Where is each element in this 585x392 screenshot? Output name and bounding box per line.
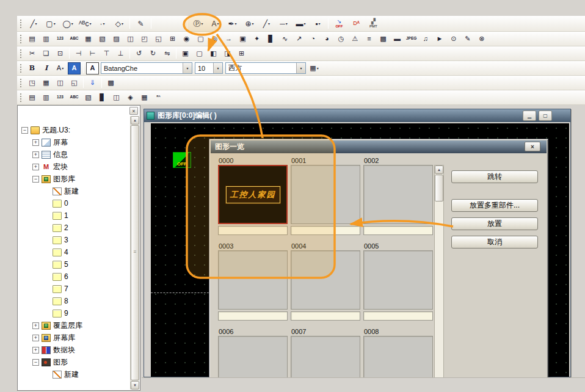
- toolbar-grip[interactable]: [20, 93, 22, 103]
- tree-item-screen-library[interactable]: +屏幕库: [19, 332, 129, 344]
- paste-icon[interactable]: ⊡: [54, 48, 67, 60]
- active-font-button[interactable]: A: [68, 62, 81, 74]
- pmt-display-button[interactable]: ▞PMT: [366, 17, 380, 31]
- save-icon[interactable]: ▦: [40, 77, 53, 89]
- graph-report-icon[interactable]: ▊: [96, 92, 109, 104]
- border-style-tool[interactable]: ▬▾: [293, 17, 308, 31]
- parts-place-tool[interactable]: Ⓟ▾: [191, 17, 205, 31]
- mirror-icon[interactable]: ⇋: [161, 48, 173, 60]
- tree-expander[interactable]: +: [32, 335, 39, 341]
- text-style-button[interactable]: ▦▾: [308, 62, 321, 74]
- tree-expander[interactable]: +: [32, 139, 39, 146]
- align-right-icon[interactable]: ⊢: [86, 48, 99, 60]
- cell-preview-0002[interactable]: [363, 165, 433, 224]
- window-tile-icon[interactable]: ◫: [54, 77, 67, 89]
- tree-item-library-folder-5[interactable]: 5: [19, 258, 129, 270]
- dropdown-arrow-icon[interactable]: ▾: [234, 21, 236, 26]
- copy-icon[interactable]: ❏: [40, 48, 53, 60]
- charset-select[interactable]: 西方▾: [225, 62, 306, 74]
- tree-item-library-new[interactable]: 新建: [19, 185, 129, 197]
- clock-icon[interactable]: ◷: [335, 33, 347, 45]
- tree-expander[interactable]: −: [32, 176, 39, 183]
- tree-expander[interactable]: +: [32, 322, 39, 329]
- meter-icon[interactable]: ◔: [307, 33, 319, 45]
- tree-item-library-folder-3[interactable]: 3: [19, 234, 129, 246]
- tree-item-data-blocks[interactable]: +数据块: [19, 344, 129, 356]
- cell-preview-0004[interactable]: [291, 250, 360, 310]
- place-multiple-button[interactable]: 放置多重部件...: [451, 199, 538, 212]
- dropdown-arrow-icon[interactable]: ▾: [296, 63, 305, 73]
- toolbar-grip[interactable]: [20, 34, 22, 44]
- trend-graph-icon[interactable]: ∿: [278, 33, 291, 45]
- word-lamp-icon[interactable]: ◎: [208, 33, 221, 45]
- cell-name-field[interactable]: [218, 226, 288, 235]
- cell-name-field[interactable]: [218, 311, 288, 321]
- shape-select-tool[interactable]: ◇▾: [112, 17, 126, 31]
- cancel-button[interactable]: 取消: [451, 236, 538, 249]
- maximize-button[interactable]: ▢: [539, 111, 552, 121]
- report-list-icon[interactable]: ▤: [26, 33, 38, 45]
- dropdown-arrow-icon[interactable]: ▾: [183, 63, 192, 73]
- pie-graph-icon[interactable]: ◕: [321, 33, 333, 45]
- tree-item-graphics[interactable]: −图形: [19, 356, 129, 368]
- da-display-button[interactable]: Dᴬ: [349, 17, 363, 31]
- download-icon[interactable]: ⇓: [86, 77, 99, 89]
- cell-name-field[interactable]: [363, 311, 433, 321]
- italic-button[interactable]: I: [40, 62, 53, 74]
- dropdown-arrow-icon[interactable]: ▾: [303, 21, 305, 26]
- tree-item-messages[interactable]: +信息: [19, 148, 129, 161]
- tree-item-library-folder-7[interactable]: 7: [19, 283, 129, 295]
- panel-close-button[interactable]: ×: [129, 107, 138, 115]
- toolbar-grip[interactable]: [20, 78, 22, 88]
- screen-switch-icon[interactable]: →: [222, 33, 235, 45]
- video-icon[interactable]: ►: [433, 33, 446, 45]
- numeric-report-icon[interactable]: 123: [54, 92, 67, 104]
- tree-expander[interactable]: −: [32, 359, 39, 366]
- jump-button[interactable]: 跳转: [451, 170, 538, 183]
- tree-item-library-folder-2[interactable]: 2: [19, 222, 129, 234]
- grid-alarm-icon[interactable]: ▦: [138, 92, 151, 104]
- ra-icon[interactable]: ᴿᴬ: [152, 92, 165, 104]
- off-state-button[interactable]: ↘OFF: [332, 17, 346, 31]
- tree-item-macro-blocks[interactable]: +M宏块: [19, 161, 129, 173]
- group-icon[interactable]: ▣: [179, 48, 192, 60]
- bold-button[interactable]: B: [26, 62, 38, 74]
- alarm-list-icon[interactable]: ≡: [363, 33, 376, 45]
- place-button[interactable]: 放置: [451, 217, 538, 230]
- cell-name-field[interactable]: [291, 226, 360, 235]
- cell-preview-0001[interactable]: [291, 165, 360, 224]
- print-icon[interactable]: ▥: [40, 92, 53, 104]
- align-bottom-icon[interactable]: ⊥: [114, 48, 127, 60]
- font-size-select[interactable]: 10▾: [195, 62, 223, 74]
- dialog-titlebar[interactable]: 图形一览 ×: [211, 140, 547, 153]
- rotate-right-icon[interactable]: ↻: [147, 48, 159, 60]
- dropdown-arrow-icon[interactable]: ▾: [122, 21, 123, 26]
- align-left-icon[interactable]: ⊣: [72, 48, 85, 60]
- tree-item-screens[interactable]: +屏幕: [19, 136, 129, 148]
- text-place-tool[interactable]: A▾: [208, 17, 222, 31]
- tree-item-library-folder-0[interactable]: 0: [19, 197, 129, 209]
- dropdown-arrow-icon[interactable]: ▾: [217, 21, 219, 26]
- globe-tool[interactable]: ⊕▾: [242, 17, 256, 31]
- library-window-icon[interactable]: ▩: [104, 77, 117, 89]
- touch-switch-icon[interactable]: ▢: [194, 33, 207, 45]
- cell-preview-0003[interactable]: [218, 250, 288, 310]
- line-width-tool[interactable]: ─▾: [276, 17, 291, 31]
- scroll-up-icon[interactable]: ▲: [131, 116, 139, 125]
- parts-display-icon[interactable]: ◫: [124, 33, 137, 45]
- multi-switch-icon[interactable]: ▣: [236, 33, 249, 45]
- tree-scrollbar[interactable]: ▲ ▼: [130, 116, 139, 390]
- tree-expander[interactable]: +: [32, 347, 39, 354]
- tree-item-library-folder-4[interactable]: 4: [19, 246, 129, 258]
- bring-front-icon[interactable]: ◧: [207, 48, 220, 60]
- stylus-icon[interactable]: ✎: [461, 33, 474, 45]
- off-button-object[interactable]: OFF: [173, 152, 191, 168]
- minimize-button[interactable]: ▁: [523, 111, 536, 121]
- print-preview-icon[interactable]: ▥: [40, 33, 53, 45]
- bar-graph-icon[interactable]: ▊: [264, 33, 277, 45]
- keypad-icon[interactable]: ⊞: [166, 33, 179, 45]
- toolbar-grip[interactable]: [20, 64, 22, 73]
- function-switch-icon[interactable]: ✦: [250, 33, 263, 45]
- alarm-icon[interactable]: ⚠: [349, 33, 362, 45]
- ellipse-tool[interactable]: ◯▾: [60, 17, 75, 31]
